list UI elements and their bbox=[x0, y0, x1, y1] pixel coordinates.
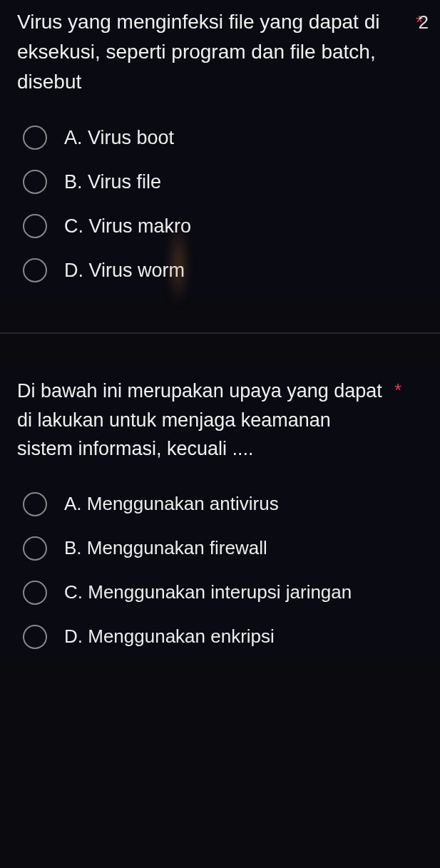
radio-icon bbox=[23, 214, 47, 238]
radio-icon bbox=[23, 625, 47, 649]
radio-icon bbox=[23, 258, 47, 282]
question-2-text: Di bawah ini merupakan upaya yang dapat … bbox=[17, 377, 386, 464]
option-1b[interactable]: B. Virus file bbox=[23, 170, 423, 194]
option-2c[interactable]: C. Menggunakan interupsi jaringan bbox=[23, 581, 423, 605]
radio-icon bbox=[23, 581, 47, 605]
option-label: B. Menggunakan firewall bbox=[64, 537, 267, 559]
question-text-1: Virus yang menginfeksi file yang dapat d… bbox=[17, 7, 423, 97]
required-asterisk: * bbox=[394, 377, 401, 404]
options-group-2: A. Menggunakan antivirus B. Menggunakan … bbox=[17, 492, 423, 649]
option-label: C. Menggunakan interupsi jaringan bbox=[64, 581, 352, 603]
question-card-2: Di bawah ini merupakan upaya yang dapat … bbox=[0, 362, 440, 663]
radio-icon bbox=[23, 170, 47, 194]
option-label: D. Virus worm bbox=[64, 260, 185, 282]
question-points: 2 bbox=[419, 9, 429, 36]
option-1d[interactable]: D. Virus worm bbox=[23, 258, 423, 282]
question-text-2: Di bawah ini merupakan upaya yang dapat … bbox=[17, 377, 423, 464]
option-label: A. Virus boot bbox=[64, 127, 174, 149]
option-2a[interactable]: A. Menggunakan antivirus bbox=[23, 492, 423, 516]
radio-icon bbox=[23, 536, 47, 561]
radio-icon bbox=[23, 126, 47, 150]
option-1c[interactable]: C. Virus makro bbox=[23, 214, 423, 238]
card-divider bbox=[0, 332, 440, 334]
option-label: B. Virus file bbox=[64, 171, 161, 193]
option-1a[interactable]: A. Virus boot bbox=[23, 126, 423, 150]
option-label: A. Menggunakan antivirus bbox=[64, 493, 279, 515]
option-label: C. Virus makro bbox=[64, 215, 191, 238]
question-card-1: Virus yang menginfeksi file yang dapat d… bbox=[0, 0, 440, 297]
options-group-1: A. Virus boot B. Virus file C. Virus mak… bbox=[17, 126, 423, 282]
option-2d[interactable]: D. Menggunakan enkripsi bbox=[23, 625, 423, 649]
option-2b[interactable]: B. Menggunakan firewall bbox=[23, 536, 423, 561]
option-label: D. Menggunakan enkripsi bbox=[64, 626, 275, 648]
radio-icon bbox=[23, 492, 47, 516]
question-1-text: Virus yang menginfeksi file yang dapat d… bbox=[17, 11, 379, 93]
